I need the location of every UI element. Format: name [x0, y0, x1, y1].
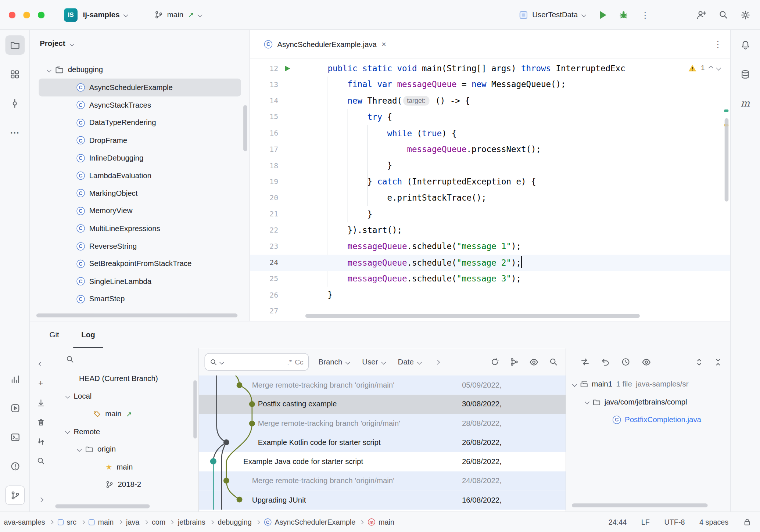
vcs-branch-widget[interactable]: main ↗ — [154, 10, 201, 19]
editor-gutter[interactable]: 24 — [250, 259, 305, 266]
project-file-item[interactable]: C AsyncSchedulerExample — [39, 79, 241, 96]
code-line[interactable]: 21 } — [250, 206, 730, 222]
run-configuration-selector[interactable]: UserTestData — [519, 10, 586, 19]
editor-gutter[interactable]: 17 — [250, 146, 305, 153]
more-tool-windows-button[interactable]: ⋯ — [5, 123, 25, 142]
run-button[interactable] — [600, 11, 606, 19]
match-case-toggle[interactable]: Cc — [295, 358, 303, 366]
history-clock-icon[interactable] — [621, 357, 630, 366]
code-text[interactable]: } — [304, 287, 333, 303]
changed-file-row[interactable]: C PostfixCompletion.java — [566, 411, 730, 428]
details-horizontal-scrollbar[interactable] — [572, 503, 707, 507]
branches-vertical-scrollbar[interactable] — [193, 380, 197, 438]
code-text[interactable]: while (true) { — [304, 125, 456, 141]
branch-filter[interactable]: Branch — [319, 357, 350, 366]
rollback-icon[interactable] — [601, 357, 610, 366]
code-line[interactable]: 13 final var messageQueue = new MessageQ… — [250, 77, 730, 93]
project-file-item[interactable]: C MemoryView — [39, 202, 241, 220]
project-file-item[interactable]: C ReverseString — [39, 237, 241, 255]
editor-options-kebab[interactable]: ⋮ — [713, 39, 722, 50]
editor-gutter[interactable]: 14 — [250, 97, 305, 105]
editor-gutter[interactable]: 15 — [250, 114, 305, 121]
more-actions-kebab[interactable]: ⋮ — [641, 10, 650, 20]
breadcrumb-item[interactable]: main — [89, 518, 114, 526]
code-line[interactable]: 23 messageQueue.schedule("message 1"); — [250, 238, 730, 255]
date-filter[interactable]: Date — [398, 357, 421, 366]
code-text[interactable]: } — [304, 158, 392, 174]
breadcrumb-item[interactable]: src — [57, 518, 76, 526]
editor-gutter[interactable]: 19 — [250, 178, 305, 186]
editor-tab[interactable]: C AsyncSchedulerExample.java × — [250, 30, 395, 59]
user-filter[interactable]: User — [362, 357, 385, 366]
more-filters-chevron-icon[interactable] — [435, 360, 440, 364]
code-text[interactable]: } catch (InterruptedException e) { — [304, 174, 536, 190]
project-file-item[interactable]: C SetBreakpointFromStackTrace — [39, 255, 241, 273]
notifications-button[interactable] — [735, 35, 755, 55]
editor-gutter[interactable]: 18 — [250, 162, 305, 169]
inspections-widget[interactable]: 1 — [688, 64, 720, 72]
code-text[interactable]: final var messageQueue = new MessageQueu… — [304, 77, 566, 93]
code-text[interactable]: } — [304, 206, 372, 222]
editor-gutter[interactable]: 23 — [250, 243, 305, 250]
expand-panel-icon[interactable] — [33, 492, 49, 507]
branch-remote-origin[interactable]: origin — [51, 441, 198, 458]
project-file-item[interactable]: C SmartStep — [39, 290, 241, 308]
project-file-item[interactable]: C DropFrame — [39, 132, 241, 149]
code-text[interactable]: messageQueue.schedule("message 3"); — [304, 271, 521, 287]
regex-toggle[interactable]: .* — [287, 358, 292, 366]
git-tab[interactable]: Git — [41, 321, 67, 348]
breadcrumb-item[interactable]: debugging — [218, 518, 251, 526]
branch-search-row[interactable] — [51, 348, 198, 370]
branch-origin-2018-2[interactable]: 2018-2 — [51, 476, 198, 493]
update-branch-icon[interactable] — [33, 395, 49, 410]
search-icon[interactable] — [719, 10, 728, 19]
search-history-chevron-icon[interactable] — [219, 360, 224, 364]
version-control-tool-button[interactable] — [6, 485, 25, 505]
services-tool-button[interactable] — [6, 398, 25, 418]
breadcrumb-item[interactable]: CAsyncSchedulerExample — [264, 518, 355, 526]
search-commits-icon[interactable] — [549, 357, 558, 366]
editor-gutter[interactable]: 20 — [250, 194, 305, 202]
code-line[interactable]: 27 — [250, 303, 730, 319]
file-encoding[interactable]: UTF-8 — [664, 518, 685, 526]
code-line[interactable]: 14 new Thread(target: () -> { — [250, 93, 730, 109]
project-file-item[interactable]: C DataTypeRendering — [39, 114, 241, 132]
fetch-icon[interactable] — [33, 434, 49, 449]
breadcrumb-item[interactable]: ava-samples — [4, 518, 45, 526]
code-text[interactable]: messageQueue.processNext(); — [304, 141, 541, 158]
minimize-window-button[interactable] — [23, 11, 30, 18]
breadcrumb-item[interactable]: com — [152, 518, 165, 526]
code-line[interactable]: 19 } catch (InterruptedException e) { — [250, 174, 730, 190]
caret-position[interactable]: 24:44 — [609, 518, 627, 526]
code-line[interactable]: 20 e.printStackTrace(); — [250, 190, 730, 206]
preview-eye-icon[interactable] — [642, 357, 651, 367]
delete-icon[interactable] — [33, 414, 49, 430]
code-text[interactable]: new Thread(target: () -> { — [304, 93, 470, 109]
graph-options-icon[interactable] — [510, 357, 519, 366]
editor-gutter[interactable]: 25 — [250, 275, 305, 283]
branch-group-local[interactable]: Local — [51, 387, 198, 405]
search-branches-icon[interactable] — [33, 453, 49, 468]
code-line[interactable]: 17 messageQueue.processNext(); — [250, 141, 730, 158]
add-user-icon[interactable] — [696, 10, 706, 19]
breadcrumb-item[interactable]: mmain — [368, 518, 394, 526]
project-file-item[interactable]: C SingleLineLambda — [39, 273, 241, 290]
editor-gutter[interactable]: 21 — [250, 211, 305, 218]
previous-problem-icon[interactable] — [709, 65, 713, 70]
project-file-item[interactable]: C LambdaEvaluation — [39, 167, 241, 184]
project-file-item[interactable]: C MarkingObject — [39, 184, 241, 202]
commit-search-input[interactable] — [226, 358, 284, 366]
maven-tool-button[interactable]: m — [735, 94, 755, 113]
terminal-tool-button[interactable] — [6, 427, 25, 447]
error-stripe-mark[interactable] — [724, 109, 728, 112]
branch-head-row[interactable]: HEAD (Current Branch) — [51, 370, 198, 387]
structure-tool-button[interactable] — [5, 64, 25, 84]
branch-local-main[interactable]: main ↗ — [51, 405, 198, 423]
code-text[interactable]: try { — [304, 109, 392, 125]
project-tool-button[interactable] — [5, 35, 25, 55]
project-vertical-scrollbar[interactable] — [243, 105, 247, 151]
code-text[interactable]: messageQueue.schedule("message 2"); — [304, 255, 522, 271]
database-tool-button[interactable] — [735, 64, 755, 84]
project-file-item[interactable]: C AsyncStackTraces — [39, 96, 241, 114]
indent-setting[interactable]: 4 spaces — [699, 518, 728, 526]
